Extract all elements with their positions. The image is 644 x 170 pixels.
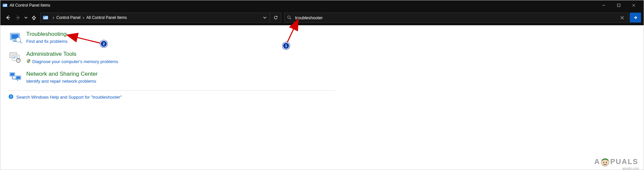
svg-rect-26	[18, 58, 19, 59]
help-search-text: Search Windows Help and Support for "tro…	[16, 95, 122, 100]
watermark-text: PUALS	[610, 157, 638, 166]
close-button[interactable]	[626, 0, 641, 10]
help-search-link[interactable]: ? Search Windows Help and Support for "t…	[8, 94, 335, 100]
category-subtask-link[interactable]: Diagnose your computer's memory problems	[26, 59, 118, 64]
badge-number: 2	[103, 42, 105, 46]
svg-line-20	[20, 42, 22, 43]
annotation-badge: 2	[100, 40, 107, 47]
svg-rect-30	[16, 76, 20, 79]
address-dropdown-button[interactable]	[261, 13, 268, 23]
toolbar: › Control Panel › All Control Panel Item…	[0, 10, 644, 25]
search-box[interactable]	[284, 13, 628, 23]
window-titlebar: All Control Panel Items	[0, 0, 644, 10]
recent-locations-button[interactable]	[23, 13, 29, 23]
watermark-text: A	[594, 157, 600, 166]
svg-point-39	[603, 162, 604, 163]
svg-point-19	[16, 38, 21, 42]
admin-tools-icon	[8, 50, 22, 64]
back-button[interactable]	[3, 13, 13, 23]
svg-rect-28	[10, 73, 14, 76]
watermark-logo-icon	[600, 158, 610, 167]
annotation-badge: 1	[282, 42, 290, 49]
breadcrumb-item[interactable]: All Control Panel Items	[86, 15, 127, 20]
chevron-right-icon[interactable]: ›	[51, 15, 56, 21]
category-item: Administrative Tools Diagnose your compu…	[8, 50, 335, 64]
svg-line-13	[290, 18, 291, 20]
category-title-link[interactable]: Troubleshooting	[26, 31, 68, 38]
search-go-button[interactable]	[630, 13, 641, 23]
network-sharing-icon	[8, 70, 22, 84]
category-item: Network and Sharing Center Identify and …	[8, 70, 335, 84]
clear-search-button[interactable]	[617, 13, 627, 22]
category-subtask-label: Diagnose your computer's memory problems	[32, 59, 118, 64]
svg-point-40	[606, 162, 607, 163]
control-panel-icon	[42, 14, 49, 21]
svg-point-12	[288, 16, 290, 19]
chevron-right-icon[interactable]: ›	[80, 15, 86, 21]
category-subtask-link[interactable]: Find and fix problems	[26, 39, 68, 44]
category-subtask-link[interactable]: Identify and repair network problems	[26, 79, 98, 84]
help-icon: ?	[8, 94, 14, 100]
badge-number: 1	[285, 44, 287, 48]
breadcrumb-item[interactable]: Control Panel	[56, 15, 80, 20]
watermark: A PUALS	[594, 157, 638, 166]
forward-button[interactable]	[13, 13, 23, 23]
maximize-button[interactable]	[611, 0, 626, 10]
category-subtask-label: Identify and repair network problems	[26, 79, 96, 84]
window-title: All Control Panel Items	[10, 3, 50, 8]
svg-rect-2	[3, 4, 5, 5]
control-panel-icon	[2, 3, 8, 8]
address-bar[interactable]: › Control Panel › All Control Panel Item…	[40, 13, 281, 23]
source-text: wsxdn.com	[622, 167, 639, 170]
up-button[interactable]	[29, 13, 39, 23]
category-title-link[interactable]: Network and Sharing Center	[26, 71, 98, 77]
minimize-button[interactable]	[596, 0, 611, 10]
search-input[interactable]	[293, 15, 617, 20]
svg-text:?: ?	[10, 95, 12, 99]
search-icon	[286, 15, 293, 20]
divider	[8, 90, 335, 91]
category-subtask-label: Find and fix problems	[26, 39, 68, 44]
troubleshooting-icon	[8, 31, 22, 44]
svg-rect-11	[44, 17, 45, 17]
content-area: Troubleshooting Find and fix problems Ad…	[0, 25, 343, 170]
shield-icon	[26, 59, 31, 64]
svg-rect-4	[617, 4, 620, 7]
refresh-button[interactable]	[270, 13, 281, 22]
category-title-link[interactable]: Administrative Tools	[26, 51, 118, 57]
